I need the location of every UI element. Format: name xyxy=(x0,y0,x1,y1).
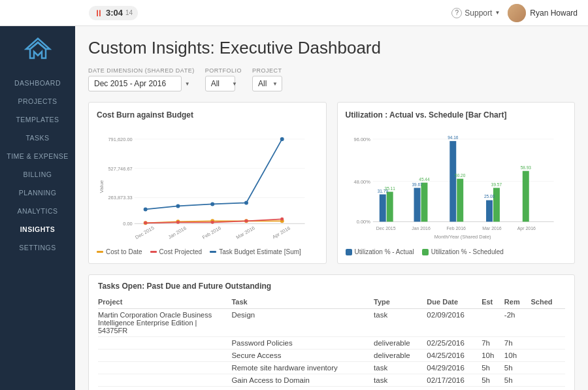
legend-util-actual-label: Utilization % - Actual xyxy=(355,248,414,255)
legend-util-actual: Utilization % - Actual xyxy=(346,248,414,255)
project-select[interactable]: All xyxy=(252,76,282,91)
svg-text:Feb 2016: Feb 2016 xyxy=(201,225,222,240)
table-row: Account Managementtask03/04/20168h8h xyxy=(98,387,565,390)
sidebar-item-dashboard[interactable]: DASHBOARD xyxy=(0,74,75,92)
sidebar-item-analytics[interactable]: ANALYTICS xyxy=(0,202,75,220)
legend-budget-estimate-label: Task Budget Estimate [Sum] xyxy=(219,248,301,255)
svg-text:Apr 2016: Apr 2016 xyxy=(517,226,535,231)
sidebar-item-templates[interactable]: TEMPLATES xyxy=(0,110,75,129)
svg-text:Mar 2016: Mar 2016 xyxy=(482,226,502,231)
svg-text:96.00%: 96.00% xyxy=(353,137,370,142)
cell-task: Remote site hardware inventory xyxy=(231,362,374,374)
avatar-image xyxy=(508,4,526,22)
svg-text:Month/Year (Shared Date): Month/Year (Shared Date) xyxy=(434,234,491,240)
svg-text:0.00%: 0.00% xyxy=(356,219,370,225)
portfolio-select[interactable]: All xyxy=(205,76,235,91)
cell-rem: 5h xyxy=(504,362,531,374)
question-icon: ? xyxy=(451,8,462,18)
filter-project: PROJECT All xyxy=(252,67,282,91)
bar-feb-sched xyxy=(457,179,463,222)
sidebar-item-billing[interactable]: BILLING xyxy=(0,165,75,184)
cell-project xyxy=(98,387,231,390)
util-chart-legend: Utilization % - Actual Utilization % - S… xyxy=(346,248,567,255)
date-select[interactable]: Dec 2015 - Apr 2016 xyxy=(88,76,182,91)
cell-due_date: 04/25/2016 xyxy=(427,349,482,362)
legend-cost-projected: Cost Projected xyxy=(150,248,203,255)
col-due-date: Due Date xyxy=(427,296,482,309)
svg-point-25 xyxy=(144,221,147,225)
bar-apr-sched xyxy=(522,171,529,222)
cell-sched xyxy=(531,309,565,337)
bar-dec-actual xyxy=(379,195,385,222)
timer-pause-icon: ⏸ xyxy=(94,8,103,18)
sidebar-item-time-expense[interactable]: TIME & EXPENSE xyxy=(0,147,75,165)
svg-text:0.00: 0.00 xyxy=(123,221,133,227)
filters-row: DATE DIMENSION (SHARED DATE) Dec 2015 - … xyxy=(88,67,575,91)
svg-point-28 xyxy=(244,219,248,223)
cell-type: task xyxy=(374,362,427,374)
svg-point-18 xyxy=(244,201,248,204)
legend-cost-projected-color xyxy=(150,251,157,253)
bar-dec-sched xyxy=(386,192,393,222)
tasks-table-title: Tasks Open: Past Due and Future Outstand… xyxy=(98,282,565,291)
cell-est: 7h xyxy=(482,337,504,349)
table-row: Gain Access to Domaintask02/17/20165h5h xyxy=(98,374,565,387)
timer-badge[interactable]: ⏸ 3:04 14 xyxy=(89,6,138,20)
utilization-chart-panel: Utilization : Actual vs. Schedule [Bar C… xyxy=(337,102,576,264)
svg-point-27 xyxy=(211,221,214,224)
svg-text:48.00%: 48.00% xyxy=(353,179,370,185)
app-logo[interactable] xyxy=(22,34,54,63)
cell-task: Password Policies xyxy=(231,337,374,349)
cell-sched xyxy=(531,349,565,362)
sidebar-item-settings[interactable]: SETTINGS xyxy=(0,238,75,257)
topbar: ⏸ 3:04 14 ? Support ▼ Ryan Howard xyxy=(0,0,588,26)
cell-project xyxy=(98,362,231,374)
legend-util-scheduled: Utilization % - Scheduled xyxy=(422,248,504,255)
svg-text:94.16: 94.16 xyxy=(448,135,459,140)
sidebar-item-planning[interactable]: PLANNING xyxy=(0,184,75,202)
page-title: Custom Insights: Executive Dashboard xyxy=(88,38,575,58)
support-button[interactable]: ? Support ▼ xyxy=(451,8,500,18)
timer-time: 3:04 xyxy=(106,8,123,18)
legend-budget-estimate: Task Budget Estimate [Sum] xyxy=(210,248,301,255)
project-select-wrapper: All xyxy=(252,76,282,91)
table-row: Remote site hardware inventorytask04/29/… xyxy=(98,362,565,374)
legend-cost-to-date: Cost to Date xyxy=(97,248,142,255)
main-content: Custom Insights: Executive Dashboard DAT… xyxy=(75,26,588,390)
user-menu[interactable]: Ryan Howard xyxy=(508,4,578,22)
avatar xyxy=(508,4,526,22)
portfolio-select-wrapper: All xyxy=(205,76,242,91)
svg-text:Dec 2015: Dec 2015 xyxy=(134,225,155,240)
sidebar-item-projects[interactable]: PROJECTS xyxy=(0,92,75,110)
svg-text:Value: Value xyxy=(99,180,105,193)
svg-point-17 xyxy=(210,202,214,206)
cell-type: task xyxy=(374,387,427,390)
sidebar: DASHBOARD PROJECTS TEMPLATES TASKS TIME … xyxy=(0,26,75,390)
cell-due_date: 04/29/2016 xyxy=(427,362,482,374)
sidebar-item-insights[interactable]: INSIGHTS xyxy=(0,220,75,238)
table-row: Secure Accessdeliverable04/25/201610h10h xyxy=(98,349,565,362)
main-layout: DASHBOARD PROJECTS TEMPLATES TASKS TIME … xyxy=(0,26,588,390)
support-chevron-icon: ▼ xyxy=(495,10,500,16)
cell-sched xyxy=(531,337,565,349)
cell-type: deliverable xyxy=(374,349,427,362)
svg-text:Mar 2016: Mar 2016 xyxy=(235,225,256,240)
charts-row: Cost Burn against Budget Value 791,620.0… xyxy=(88,102,575,264)
cell-rem: 5h xyxy=(504,374,531,387)
sidebar-item-tasks[interactable]: TASKS xyxy=(0,129,75,147)
svg-point-19 xyxy=(280,137,284,141)
legend-util-scheduled-color xyxy=(422,249,429,255)
cost-burn-chart-panel: Cost Burn against Budget Value 791,620.0… xyxy=(88,102,327,264)
cell-task: Secure Access xyxy=(231,349,374,362)
col-sched: Sched xyxy=(531,296,565,309)
cell-due_date: 02/17/2016 xyxy=(427,374,482,387)
filter-project-label: PROJECT xyxy=(252,67,282,74)
sidebar-nav: DASHBOARD PROJECTS TEMPLATES TASKS TIME … xyxy=(0,74,75,257)
cell-due_date: 02/25/2016 xyxy=(427,337,482,349)
svg-text:527,746.67: 527,746.67 xyxy=(108,166,132,172)
svg-point-26 xyxy=(176,221,180,224)
utilization-chart-title: Utilization : Actual vs. Schedule [Bar C… xyxy=(346,110,567,120)
cost-burn-chart-title: Cost Burn against Budget xyxy=(97,110,318,120)
cell-sched xyxy=(531,362,565,374)
cell-task: Design xyxy=(231,309,374,337)
